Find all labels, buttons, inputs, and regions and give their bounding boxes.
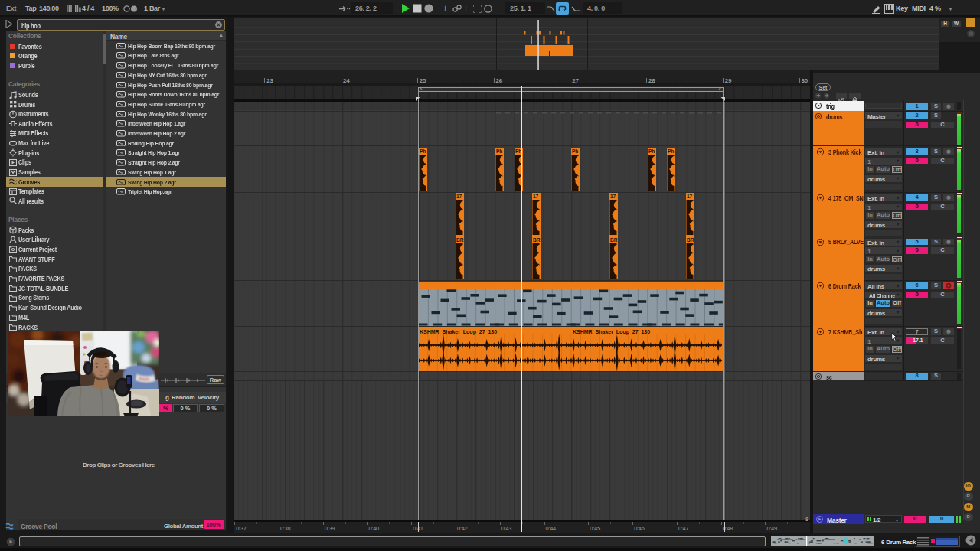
- svg-text:Ph: Ph: [668, 148, 674, 153]
- svg-text:17: 17: [610, 193, 616, 198]
- svg-text:Ph: Ph: [496, 148, 502, 153]
- svg-text:BR: BR: [687, 237, 694, 243]
- svg-text:Ph: Ph: [572, 148, 578, 153]
- svg-text:Ph: Ph: [648, 148, 655, 153]
- svg-text:BR: BR: [456, 237, 464, 243]
- svg-text:17: 17: [456, 193, 462, 198]
- svg-text:Ph: Ph: [420, 148, 426, 153]
- svg-text:17: 17: [533, 193, 539, 198]
- svg-text:17: 17: [687, 193, 693, 198]
- svg-text:BR: BR: [610, 237, 618, 243]
- svg-text:BR: BR: [533, 237, 541, 243]
- svg-text:KSHMR_Shaker_Loop_27_130: KSHMR_Shaker_Loop_27_130: [420, 329, 497, 335]
- svg-text:KSHMR_Shaker_Loop_27_130: KSHMR_Shaker_Loop_27_130: [573, 329, 650, 335]
